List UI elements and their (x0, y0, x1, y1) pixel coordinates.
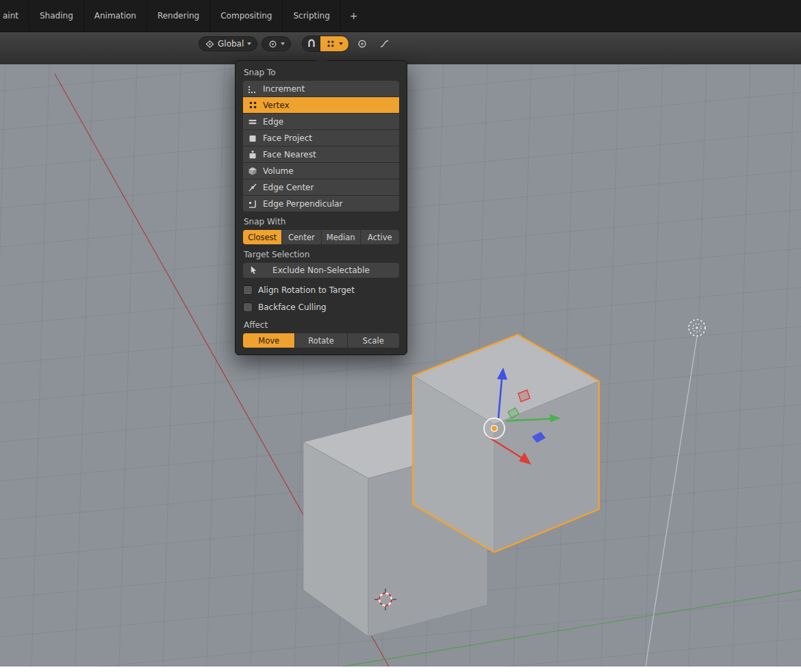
workspace-tab-paint[interactable]: aint (0, 0, 29, 31)
affect-rotate[interactable]: Rotate (295, 333, 347, 348)
edge-icon (248, 117, 257, 127)
face-project-icon (248, 133, 257, 143)
chevron-down-icon (339, 42, 343, 45)
viewport-header: Global (0, 31, 801, 64)
snap-item-edge[interactable]: Edge (243, 114, 399, 130)
snap-to-label: Snap To (244, 68, 398, 77)
popup-arrow (316, 55, 328, 61)
pivot-point-icon (268, 39, 277, 49)
workspace-tab-scripting[interactable]: Scripting (283, 0, 340, 31)
backface-culling-checkbox[interactable] (243, 302, 253, 312)
workspace-tab-rendering[interactable]: Rendering (147, 0, 210, 31)
transform-orientation-dropdown[interactable]: Global (199, 36, 257, 51)
object-origin-dot (492, 426, 498, 432)
edge-perpendicular-icon (248, 199, 257, 209)
snap-with-median[interactable]: Median (322, 230, 361, 244)
snap-item-increment[interactable]: Increment (243, 81, 399, 97)
affect-label: Affect (244, 320, 398, 330)
face-nearest-icon (248, 150, 257, 159)
snap-item-volume[interactable]: Volume (243, 163, 399, 179)
snap-with-active[interactable]: Active (361, 230, 399, 244)
increment-icon (248, 84, 257, 94)
proportional-falloff-dropdown[interactable] (375, 36, 393, 51)
topbar: aint Shading Animation Rendering Composi… (0, 0, 801, 31)
align-rotation-checkbox[interactable] (243, 285, 253, 295)
orientation-icon (205, 39, 214, 49)
target-selection-label: Target Selection (244, 250, 398, 259)
snap-with-center[interactable]: Center (282, 230, 321, 244)
bottom-margin (0, 667, 801, 672)
proportional-editing-button[interactable] (353, 36, 371, 51)
orientation-value: Global (218, 39, 244, 49)
magnet-icon (307, 39, 316, 49)
snap-item-face-nearest[interactable]: Face Nearest (243, 146, 399, 163)
snap-settings-popup: Snap To Increment Vertex (235, 60, 407, 355)
light-object[interactable] (689, 320, 705, 336)
snap-item-face-project[interactable]: Face Project (243, 130, 399, 146)
add-workspace-button[interactable]: + (341, 0, 367, 31)
workspace-tab-animation[interactable]: Animation (84, 0, 147, 31)
backface-culling-row: Backface Culling (243, 299, 399, 315)
vertex-snap-icon (326, 39, 335, 49)
snap-item-edge-center[interactable]: Edge Center (243, 179, 399, 196)
snap-item-edge-perpendicular[interactable]: Edge Perpendicular (243, 196, 399, 211)
snap-settings-dropdown[interactable] (320, 36, 348, 51)
chevron-down-icon (247, 42, 251, 45)
workspace-tab-shading[interactable]: Shading (29, 0, 84, 31)
snap-item-vertex[interactable]: Vertex (243, 97, 399, 114)
cursor-arrow-icon (249, 266, 258, 277)
snap-with-label: Snap With (244, 217, 398, 227)
chevron-down-icon (281, 42, 285, 45)
snap-to-list: Increment Vertex Edge Face Project (243, 81, 399, 211)
exclude-non-selectable-button[interactable]: Exclude Non-Selectable (243, 263, 399, 278)
affect-move[interactable]: Move (243, 333, 295, 348)
snap-with-closest[interactable]: Closest (243, 230, 282, 244)
align-rotation-row: Align Rotation to Target (243, 282, 399, 298)
viewport-header-controls: Global (199, 35, 393, 53)
snap-with-segmented: Closest Center Median Active (243, 230, 399, 244)
vertex-icon (248, 101, 257, 110)
volume-icon (248, 166, 257, 176)
affect-scale[interactable]: Scale (348, 333, 399, 348)
cube-selected[interactable] (413, 335, 599, 552)
affect-segmented: Move Rotate Scale (243, 333, 399, 348)
edge-center-icon (248, 183, 257, 192)
workspace-tab-compositing[interactable]: Compositing (210, 0, 283, 31)
snap-control-cluster (302, 36, 349, 52)
snap-toggle-button[interactable] (303, 36, 320, 51)
pivot-point-dropdown[interactable] (262, 36, 291, 51)
